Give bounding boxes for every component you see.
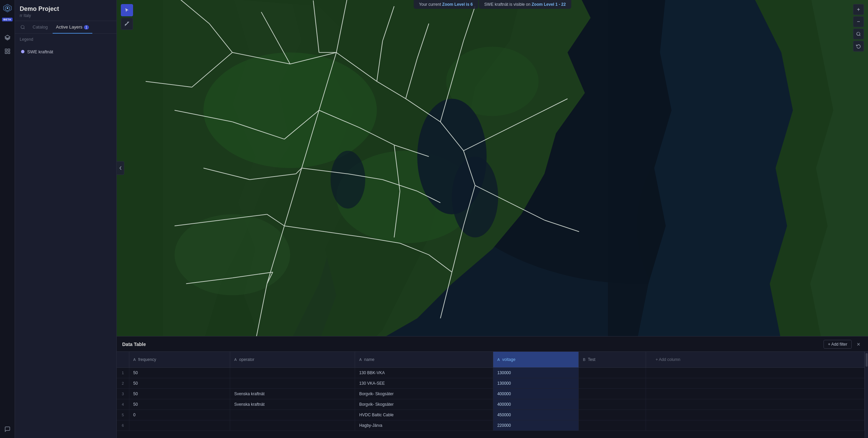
cell-test — [579, 420, 646, 431]
svg-point-11 — [106, 50, 107, 51]
col-header-operator[interactable]: A operator — [230, 352, 355, 368]
table-scrollbar[interactable] — [865, 352, 868, 438]
svg-point-22 — [452, 157, 498, 237]
cell-test — [579, 399, 646, 410]
table-scrollbar-thumb — [866, 353, 868, 367]
col-header-frequency[interactable]: A frequency — [129, 352, 230, 368]
table-row[interactable]: 6 Hagby-Järva 220000 — [117, 420, 865, 431]
cell-frequency — [129, 420, 230, 431]
col-header-name[interactable]: A name — [355, 352, 493, 368]
close-table-button[interactable] — [854, 340, 863, 348]
cell-test — [579, 368, 646, 378]
cell-rownum: 5 — [117, 410, 129, 420]
cursor-tool-button[interactable] — [121, 4, 133, 16]
active-layers-count: 1 — [84, 25, 89, 30]
sidebar-comment-icon[interactable] — [2, 424, 13, 435]
svg-rect-6 — [8, 52, 10, 54]
col-header-test[interactable]: B Test — [579, 352, 646, 368]
cell-voltage: 220000 — [493, 420, 578, 431]
measure-tool-button[interactable] — [121, 18, 133, 30]
cell-test — [579, 389, 646, 399]
layer-item[interactable]: SWE kraftnät — [17, 45, 114, 58]
table-wrapper[interactable]: A frequency A operator A name — [117, 352, 865, 438]
cell-extra — [646, 420, 865, 431]
cell-voltage: 400000 — [493, 399, 578, 410]
cell-voltage: 130000 — [493, 378, 578, 389]
map-toolbar — [121, 4, 133, 30]
cell-operator: Svenska kraftnät — [230, 399, 355, 410]
add-filter-button[interactable]: + Add filter — [824, 340, 852, 349]
table-row[interactable]: 1 50 130 BBK-VKA 130000 — [117, 368, 865, 378]
zoom-level-message: Your current Zoom Level is 6 — [413, 0, 478, 9]
zoom-in-button[interactable]: + — [853, 4, 864, 15]
sidebar-layers-icon[interactable] — [2, 32, 13, 43]
map-container: Your current Zoom Level is 6 SWE kraftnä… — [117, 0, 868, 438]
tab-active-layers[interactable]: Active Layers1 — [53, 21, 93, 34]
cell-name: 130 VKA-SEE — [355, 378, 493, 389]
map-controls-right: + − — [853, 4, 864, 52]
collapse-panel-button[interactable] — [117, 161, 124, 175]
data-table-actions: + Add filter — [824, 340, 863, 349]
beta-badge: BETA — [2, 18, 13, 21]
table-body: 1 50 130 BBK-VKA 130000 2 50 130 VKA-SEE… — [117, 368, 865, 431]
cell-operator — [230, 378, 355, 389]
svg-rect-4 — [5, 49, 7, 51]
table-row[interactable]: 2 50 130 VKA-SEE 130000 — [117, 378, 865, 389]
col-type-icon-voltage: A — [497, 358, 500, 362]
cell-extra — [646, 410, 865, 420]
cell-operator: Svenska kraftnät — [230, 389, 355, 399]
col-header-voltage[interactable]: A voltage — [493, 352, 578, 368]
project-title: Demo Project — [20, 5, 112, 13]
cell-voltage: 400000 — [493, 389, 578, 399]
add-column-button[interactable]: + Add column — [650, 354, 860, 365]
app-logo[interactable] — [2, 3, 13, 14]
left-panel: Demo Project rr Italy Catalog Active Lay… — [15, 0, 117, 438]
cell-operator — [230, 410, 355, 420]
zoom-out-button[interactable]: − — [853, 16, 864, 27]
cell-frequency: 50 — [129, 389, 230, 399]
layer-more-button[interactable] — [103, 48, 110, 55]
sidebar-icon-rail: BETA — [0, 0, 15, 438]
cell-operator — [230, 368, 355, 378]
cell-rownum: 1 — [117, 368, 129, 378]
cell-extra — [646, 389, 865, 399]
layer-visibility-message: SWE kraftnät is visible on Zoom Level 1 … — [479, 0, 571, 9]
col-header-add[interactable]: + Add column — [646, 352, 865, 368]
map-search-button[interactable] — [853, 29, 864, 39]
project-subtitle: rr Italy — [20, 13, 112, 18]
tab-search-button[interactable] — [18, 21, 28, 33]
cell-test — [579, 410, 646, 420]
svg-point-12 — [106, 51, 107, 52]
table-row[interactable]: 4 50 Svenska kraftnät Borgvik- Skogsäter… — [117, 399, 865, 410]
tabs-bar: Catalog Active Layers1 — [15, 21, 116, 34]
data-table-title: Data Table — [122, 342, 146, 347]
tab-catalog[interactable]: Catalog — [29, 21, 51, 34]
col-type-icon-frequency: A — [133, 358, 136, 362]
table-row[interactable]: 5 0 HVDC Baltic Cable 450000 — [117, 410, 865, 420]
svg-point-10 — [97, 51, 98, 52]
col-type-icon-test: B — [583, 358, 585, 362]
cell-frequency: 50 — [129, 399, 230, 410]
table-row[interactable]: 3 50 Svenska kraftnät Borgvik- Skogsäter… — [117, 389, 865, 399]
cell-rownum: 3 — [117, 389, 129, 399]
svg-point-8 — [21, 25, 24, 29]
svg-line-88 — [860, 35, 861, 36]
cell-name: Borgvik- Skogsäter — [355, 389, 493, 399]
data-table-header: Data Table + Add filter — [117, 336, 868, 352]
cell-extra — [646, 368, 865, 378]
col-type-icon-operator: A — [234, 358, 237, 362]
cell-voltage: 450000 — [493, 410, 578, 420]
sidebar-chart-icon[interactable] — [2, 46, 13, 57]
zoom-bar: Your current Zoom Level is 6 SWE kraftnä… — [413, 0, 571, 9]
cell-rownum: 6 — [117, 420, 129, 431]
cell-frequency: 0 — [129, 410, 230, 420]
cell-name: 130 BBK-VKA — [355, 368, 493, 378]
layer-visibility-button[interactable] — [94, 48, 101, 55]
layer-color-dot — [21, 50, 24, 53]
svg-point-87 — [857, 32, 860, 35]
map-area[interactable]: Your current Zoom Level is 6 SWE kraftnä… — [117, 0, 868, 336]
cell-frequency: 50 — [129, 378, 230, 389]
cell-rownum: 2 — [117, 378, 129, 389]
map-history-button[interactable] — [853, 41, 864, 52]
cell-test — [579, 378, 646, 389]
